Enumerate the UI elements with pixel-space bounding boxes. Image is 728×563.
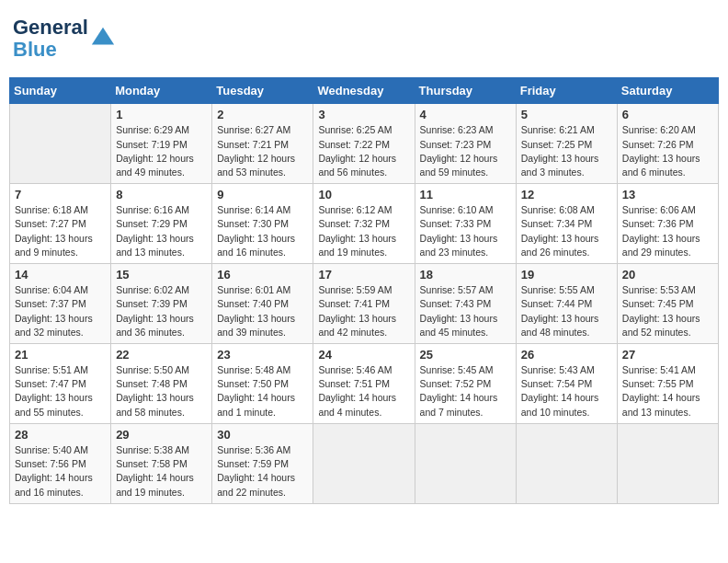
day-info: Sunrise: 6:10 AM Sunset: 7:33 PM Dayligh… bbox=[420, 203, 511, 259]
calendar-cell: 18Sunrise: 5:57 AM Sunset: 7:43 PM Dayli… bbox=[415, 264, 516, 344]
calendar-week-row: 28Sunrise: 5:40 AM Sunset: 7:56 PM Dayli… bbox=[10, 423, 719, 503]
day-info: Sunrise: 5:41 AM Sunset: 7:55 PM Dayligh… bbox=[622, 363, 713, 419]
day-number: 10 bbox=[318, 188, 409, 201]
calendar-cell: 8Sunrise: 6:16 AM Sunset: 7:29 PM Daylig… bbox=[111, 184, 212, 264]
day-number: 29 bbox=[116, 428, 207, 442]
calendar-cell bbox=[415, 423, 516, 503]
day-info: Sunrise: 6:21 AM Sunset: 7:25 PM Dayligh… bbox=[521, 123, 612, 179]
day-info: Sunrise: 6:18 AM Sunset: 7:27 PM Dayligh… bbox=[15, 203, 106, 259]
day-number: 14 bbox=[15, 268, 106, 282]
calendar-cell: 27Sunrise: 5:41 AM Sunset: 7:55 PM Dayli… bbox=[617, 344, 718, 424]
day-info: Sunrise: 6:25 AM Sunset: 7:22 PM Dayligh… bbox=[318, 123, 409, 179]
day-info: Sunrise: 5:53 AM Sunset: 7:45 PM Dayligh… bbox=[622, 283, 713, 339]
weekday-header: Tuesday bbox=[212, 78, 313, 104]
day-info: Sunrise: 5:55 AM Sunset: 7:44 PM Dayligh… bbox=[521, 283, 612, 339]
day-number: 19 bbox=[521, 268, 612, 282]
day-number: 25 bbox=[420, 348, 511, 362]
day-info: Sunrise: 5:51 AM Sunset: 7:47 PM Dayligh… bbox=[15, 363, 106, 419]
day-info: Sunrise: 5:38 AM Sunset: 7:58 PM Dayligh… bbox=[116, 443, 207, 500]
day-number: 18 bbox=[420, 268, 511, 282]
day-number: 7 bbox=[15, 188, 106, 201]
calendar-cell: 24Sunrise: 5:46 AM Sunset: 7:51 PM Dayli… bbox=[313, 344, 415, 424]
day-number: 22 bbox=[116, 348, 207, 362]
day-info: Sunrise: 6:01 AM Sunset: 7:40 PM Dayligh… bbox=[217, 283, 308, 339]
day-info: Sunrise: 5:40 AM Sunset: 7:56 PM Dayligh… bbox=[15, 443, 106, 500]
calendar-cell: 10Sunrise: 6:12 AM Sunset: 7:32 PM Dayli… bbox=[313, 184, 415, 264]
calendar-cell: 23Sunrise: 5:48 AM Sunset: 7:50 PM Dayli… bbox=[212, 344, 313, 424]
day-info: Sunrise: 6:12 AM Sunset: 7:32 PM Dayligh… bbox=[318, 203, 409, 259]
day-info: Sunrise: 5:45 AM Sunset: 7:52 PM Dayligh… bbox=[420, 363, 511, 419]
day-number: 5 bbox=[521, 108, 612, 121]
day-number: 16 bbox=[217, 268, 308, 282]
calendar-cell: 17Sunrise: 5:59 AM Sunset: 7:41 PM Dayli… bbox=[313, 264, 415, 344]
logo-icon bbox=[90, 26, 116, 52]
day-info: Sunrise: 6:29 AM Sunset: 7:19 PM Dayligh… bbox=[116, 123, 207, 179]
svg-marker-0 bbox=[92, 28, 114, 45]
calendar-week-row: 7Sunrise: 6:18 AM Sunset: 7:27 PM Daylig… bbox=[10, 184, 719, 264]
calendar-cell: 26Sunrise: 5:43 AM Sunset: 7:54 PM Dayli… bbox=[516, 344, 617, 424]
day-info: Sunrise: 6:04 AM Sunset: 7:37 PM Dayligh… bbox=[15, 283, 106, 339]
calendar-cell: 16Sunrise: 6:01 AM Sunset: 7:40 PM Dayli… bbox=[212, 264, 313, 344]
calendar-cell: 6Sunrise: 6:20 AM Sunset: 7:26 PM Daylig… bbox=[617, 104, 718, 184]
day-number: 4 bbox=[420, 108, 511, 121]
header-row: SundayMondayTuesdayWednesdayThursdayFrid… bbox=[10, 78, 719, 104]
day-number: 8 bbox=[116, 188, 207, 201]
calendar-cell: 12Sunrise: 6:08 AM Sunset: 7:34 PM Dayli… bbox=[516, 184, 617, 264]
day-info: Sunrise: 6:08 AM Sunset: 7:34 PM Dayligh… bbox=[521, 203, 612, 259]
day-number: 11 bbox=[420, 188, 511, 201]
day-info: Sunrise: 5:43 AM Sunset: 7:54 PM Dayligh… bbox=[521, 363, 612, 419]
day-number: 13 bbox=[622, 188, 713, 201]
calendar-cell: 28Sunrise: 5:40 AM Sunset: 7:56 PM Dayli… bbox=[10, 423, 111, 503]
calendar-cell: 4Sunrise: 6:23 AM Sunset: 7:23 PM Daylig… bbox=[415, 104, 516, 184]
calendar-cell: 11Sunrise: 6:10 AM Sunset: 7:33 PM Dayli… bbox=[415, 184, 516, 264]
day-number: 2 bbox=[217, 108, 308, 121]
calendar-cell: 7Sunrise: 6:18 AM Sunset: 7:27 PM Daylig… bbox=[10, 184, 111, 264]
page-header: GeneralBlue bbox=[9, 9, 719, 68]
calendar-cell: 13Sunrise: 6:06 AM Sunset: 7:36 PM Dayli… bbox=[617, 184, 718, 264]
calendar-cell bbox=[313, 423, 415, 503]
day-number: 26 bbox=[521, 348, 612, 362]
calendar-week-row: 1Sunrise: 6:29 AM Sunset: 7:19 PM Daylig… bbox=[10, 104, 719, 184]
day-number: 30 bbox=[217, 428, 308, 442]
day-info: Sunrise: 5:36 AM Sunset: 7:59 PM Dayligh… bbox=[217, 443, 308, 500]
calendar-cell bbox=[10, 104, 111, 184]
day-info: Sunrise: 6:06 AM Sunset: 7:36 PM Dayligh… bbox=[622, 203, 713, 259]
calendar-cell: 9Sunrise: 6:14 AM Sunset: 7:30 PM Daylig… bbox=[212, 184, 313, 264]
day-number: 21 bbox=[15, 348, 106, 362]
day-info: Sunrise: 5:50 AM Sunset: 7:48 PM Dayligh… bbox=[116, 363, 207, 419]
day-number: 17 bbox=[318, 268, 409, 282]
day-number: 15 bbox=[116, 268, 207, 282]
weekday-header: Wednesday bbox=[313, 78, 415, 104]
calendar-cell: 3Sunrise: 6:25 AM Sunset: 7:22 PM Daylig… bbox=[313, 104, 415, 184]
calendar-cell: 1Sunrise: 6:29 AM Sunset: 7:19 PM Daylig… bbox=[111, 104, 212, 184]
day-number: 12 bbox=[521, 188, 612, 201]
day-number: 24 bbox=[318, 348, 409, 362]
calendar-week-row: 21Sunrise: 5:51 AM Sunset: 7:47 PM Dayli… bbox=[10, 344, 719, 424]
weekday-header: Saturday bbox=[617, 78, 718, 104]
day-info: Sunrise: 5:48 AM Sunset: 7:50 PM Dayligh… bbox=[217, 363, 308, 419]
day-info: Sunrise: 6:23 AM Sunset: 7:23 PM Dayligh… bbox=[420, 123, 511, 179]
day-number: 23 bbox=[217, 348, 308, 362]
day-number: 3 bbox=[318, 108, 409, 121]
day-info: Sunrise: 5:57 AM Sunset: 7:43 PM Dayligh… bbox=[420, 283, 511, 339]
day-info: Sunrise: 6:16 AM Sunset: 7:29 PM Dayligh… bbox=[116, 203, 207, 259]
calendar-cell: 15Sunrise: 6:02 AM Sunset: 7:39 PM Dayli… bbox=[111, 264, 212, 344]
weekday-header: Friday bbox=[516, 78, 617, 104]
day-info: Sunrise: 6:27 AM Sunset: 7:21 PM Dayligh… bbox=[217, 123, 308, 179]
day-info: Sunrise: 5:59 AM Sunset: 7:41 PM Dayligh… bbox=[318, 283, 409, 339]
day-info: Sunrise: 6:02 AM Sunset: 7:39 PM Dayligh… bbox=[116, 283, 207, 339]
calendar-cell bbox=[516, 423, 617, 503]
day-info: Sunrise: 6:20 AM Sunset: 7:26 PM Dayligh… bbox=[622, 123, 713, 179]
calendar-cell: 19Sunrise: 5:55 AM Sunset: 7:44 PM Dayli… bbox=[516, 264, 617, 344]
day-info: Sunrise: 5:46 AM Sunset: 7:51 PM Dayligh… bbox=[318, 363, 409, 419]
day-number: 28 bbox=[15, 428, 106, 442]
day-number: 9 bbox=[217, 188, 308, 201]
day-number: 1 bbox=[116, 108, 207, 121]
calendar-cell bbox=[617, 423, 718, 503]
day-number: 6 bbox=[622, 108, 713, 121]
calendar-cell: 30Sunrise: 5:36 AM Sunset: 7:59 PM Dayli… bbox=[212, 423, 313, 503]
calendar-cell: 29Sunrise: 5:38 AM Sunset: 7:58 PM Dayli… bbox=[111, 423, 212, 503]
weekday-header: Thursday bbox=[415, 78, 516, 104]
calendar-table: SundayMondayTuesdayWednesdayThursdayFrid… bbox=[9, 77, 719, 503]
calendar-cell: 14Sunrise: 6:04 AM Sunset: 7:37 PM Dayli… bbox=[10, 264, 111, 344]
